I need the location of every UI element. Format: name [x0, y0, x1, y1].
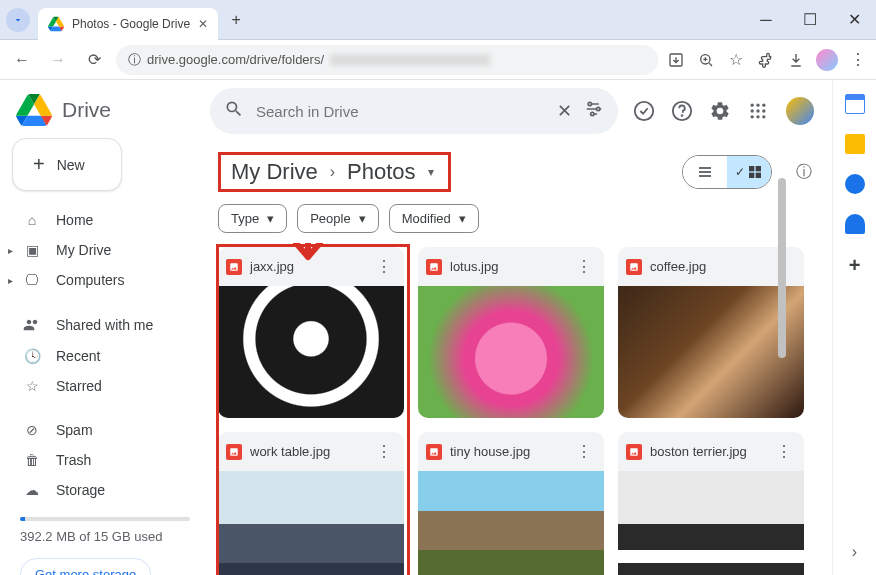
chevron-right-icon: › [330, 163, 335, 181]
keep-addon-icon[interactable] [845, 134, 865, 154]
calendar-addon-icon[interactable] [845, 94, 865, 114]
filter-label: People [310, 211, 350, 226]
chevron-down-icon: ▾ [359, 211, 366, 226]
browser-tab[interactable]: Photos - Google Drive ✕ [38, 8, 218, 40]
browser-menu-icon[interactable]: ⋮ [848, 50, 868, 70]
bookmark-icon[interactable]: ☆ [726, 50, 746, 70]
svg-rect-18 [756, 166, 761, 171]
grid-view-button[interactable] [727, 156, 771, 188]
file-thumbnail[interactable] [418, 471, 604, 575]
breadcrumb: My Drive › Photos ▾ [218, 152, 451, 192]
file-menu-button[interactable]: ⋮ [572, 442, 596, 461]
file-card[interactable]: coffee.jpg ⋮ [618, 247, 804, 418]
filter-people[interactable]: People▾ [297, 204, 378, 233]
breadcrumb-current[interactable]: Photos [347, 159, 416, 185]
file-menu-button[interactable]: ⋮ [372, 257, 396, 276]
sidebar-item-spam[interactable]: ⊘Spam [12, 415, 198, 445]
search-icon [224, 99, 244, 123]
get-more-storage-button[interactable]: Get more storage [20, 558, 151, 575]
sidebar-item-computers[interactable]: 🖵Computers [12, 265, 198, 295]
tab-search-button[interactable] [6, 8, 30, 32]
star-icon: ☆ [22, 378, 42, 394]
sidebar-item-label: Shared with me [56, 317, 153, 333]
window-minimize-button[interactable]: ─ [744, 0, 788, 40]
settings-icon[interactable] [708, 99, 732, 123]
filter-type[interactable]: Type▾ [218, 204, 287, 233]
file-menu-button[interactable]: ⋮ [772, 442, 796, 461]
sidebar: Drive + New ⌂Home ▣My Drive 🖵Computers S… [0, 80, 210, 575]
file-card[interactable]: jaxx.jpg ⋮ [218, 247, 404, 418]
new-button[interactable]: + New [12, 138, 122, 191]
file-card[interactable]: work table.jpg ⋮ [218, 432, 404, 575]
window-close-button[interactable]: ✕ [832, 0, 876, 40]
file-name: lotus.jpg [450, 259, 564, 274]
zoom-icon[interactable] [696, 50, 716, 70]
window-maximize-button[interactable]: ☐ [788, 0, 832, 40]
image-file-icon [226, 259, 242, 275]
new-button-label: New [57, 157, 85, 173]
view-toggle [682, 155, 772, 189]
sidebar-item-home[interactable]: ⌂Home [12, 205, 198, 235]
file-card[interactable]: boston terrier.jpg ⋮ [618, 432, 804, 575]
search-input[interactable] [256, 103, 545, 120]
file-thumbnail[interactable] [618, 286, 804, 418]
file-name: boston terrier.jpg [650, 444, 764, 459]
side-panel: + › [832, 80, 876, 575]
filter-modified[interactable]: Modified▾ [389, 204, 479, 233]
sidebar-item-starred[interactable]: ☆Starred [12, 371, 198, 401]
help-icon[interactable] [670, 99, 694, 123]
url-input[interactable]: ⓘ drive.google.com/drive/folders/ [116, 45, 658, 75]
new-tab-button[interactable]: + [222, 6, 250, 34]
search-clear-button[interactable]: ✕ [557, 100, 572, 122]
account-avatar[interactable] [784, 95, 816, 127]
filter-label: Modified [402, 211, 451, 226]
apps-icon[interactable] [746, 99, 770, 123]
file-thumbnail[interactable] [218, 286, 404, 418]
file-card[interactable]: lotus.jpg ⋮ [418, 247, 604, 418]
sidebar-item-label: Recent [56, 348, 100, 364]
downloads-icon[interactable] [786, 50, 806, 70]
sidebar-item-recent[interactable]: 🕓Recent [12, 341, 198, 371]
get-addons-button[interactable]: + [849, 254, 861, 277]
tab-close-button[interactable]: ✕ [198, 17, 208, 31]
search-options-icon[interactable] [584, 99, 604, 123]
contacts-addon-icon[interactable] [845, 214, 865, 234]
drive-logo[interactable]: Drive [12, 88, 198, 138]
offline-ready-icon[interactable] [632, 99, 656, 123]
files-area: jaxx.jpg ⋮ lotus.jpg ⋮ coffee.jpg ⋮ work… [210, 243, 832, 575]
tasks-addon-icon[interactable] [845, 174, 865, 194]
svg-point-16 [762, 115, 765, 118]
list-view-button[interactable] [683, 156, 727, 188]
site-info-icon[interactable]: ⓘ [128, 51, 141, 69]
content-header: My Drive › Photos ▾ ⓘ [210, 142, 832, 200]
profile-avatar-icon[interactable] [816, 49, 838, 71]
svg-point-9 [756, 104, 759, 107]
sidebar-item-label: Trash [56, 452, 91, 468]
sidebar-item-my-drive[interactable]: ▣My Drive [12, 235, 198, 265]
forward-button[interactable]: → [44, 46, 72, 74]
sidebar-item-storage[interactable]: ☁Storage [12, 475, 198, 505]
svg-rect-20 [756, 173, 761, 178]
details-icon[interactable]: ⓘ [792, 160, 816, 184]
back-button[interactable]: ← [8, 46, 36, 74]
file-thumbnail[interactable] [618, 471, 804, 575]
scrollbar[interactable] [778, 178, 786, 358]
file-thumbnail[interactable] [218, 471, 404, 575]
file-thumbnail[interactable] [418, 286, 604, 418]
install-app-icon[interactable] [666, 50, 686, 70]
file-card[interactable]: tiny house.jpg ⋮ [418, 432, 604, 575]
extensions-icon[interactable] [756, 50, 776, 70]
file-menu-button[interactable]: ⋮ [572, 257, 596, 276]
shared-icon [22, 316, 42, 334]
search-box[interactable]: ✕ [210, 88, 618, 134]
sidebar-item-shared[interactable]: Shared with me [12, 309, 198, 341]
breadcrumb-dropdown-icon[interactable]: ▾ [428, 165, 434, 179]
hide-side-panel-button[interactable]: › [852, 543, 857, 561]
reload-button[interactable]: ⟳ [80, 46, 108, 74]
file-menu-button[interactable]: ⋮ [372, 442, 396, 461]
image-file-icon [626, 259, 642, 275]
svg-point-3 [597, 107, 600, 110]
breadcrumb-root[interactable]: My Drive [231, 159, 318, 185]
sidebar-item-trash[interactable]: 🗑Trash [12, 445, 198, 475]
sidebar-item-label: Storage [56, 482, 105, 498]
